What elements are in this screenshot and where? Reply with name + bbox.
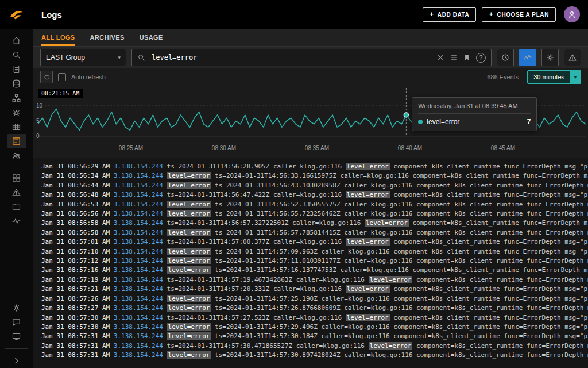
- log-timestamp: Jan 31 08:56:53 AM: [41, 201, 114, 208]
- sidebar-item-system-status[interactable]: [7, 329, 26, 344]
- log-source-ip[interactable]: 3.138.154.244: [114, 210, 163, 217]
- sidebar-item-explore[interactable]: [7, 48, 26, 62]
- log-list[interactable]: Jan 31 08:56:29 AM 3.138.154.244 ts=2024…: [33, 158, 588, 368]
- auto-refresh-checkbox[interactable]: [58, 73, 66, 81]
- log-row[interactable]: Jan 31 08:56:29 AM 3.138.154.244 ts=2024…: [41, 162, 588, 171]
- search-help-icon[interactable]: ?: [476, 53, 486, 63]
- log-row[interactable]: Jan 31 08:57:16 AM 3.138.154.244 level=e…: [41, 266, 588, 275]
- users-icon: [11, 151, 21, 160]
- alerts-button[interactable]: [564, 49, 581, 66]
- sidebar-item-data-sources[interactable]: [7, 76, 26, 91]
- log-source-ip[interactable]: 3.138.154.244: [114, 304, 163, 312]
- log-row[interactable]: Jan 31 08:56:34 AM 3.138.154.244 level=e…: [41, 171, 588, 181]
- log-row[interactable]: Jan 31 08:57:19 AM 3.138.154.244 ts=2024…: [41, 275, 588, 285]
- log-row[interactable]: Jan 31 08:56:58 AM 3.138.154.244 level=e…: [41, 228, 588, 237]
- log-timestamp: Jan 31 08:57:30 AM: [41, 314, 114, 321]
- log-row[interactable]: Jan 31 08:57:31 AM 3.138.154.244 level=e…: [41, 332, 588, 341]
- log-source-ip[interactable]: 3.138.154.244: [114, 332, 163, 340]
- log-row[interactable]: Jan 31 08:57:31 AM 3.138.154.244 ts=2024…: [41, 342, 588, 351]
- log-row[interactable]: Jan 31 08:57:01 AM 3.138.154.244 ts=2024…: [41, 237, 588, 247]
- sidebar-item-logs[interactable]: [7, 134, 26, 148]
- log-row[interactable]: Jan 31 08:57:27 AM 3.138.154.244 level=e…: [41, 304, 588, 313]
- search-input[interactable]: [150, 53, 431, 62]
- sidebar-item-home[interactable]: [7, 33, 26, 48]
- source-group-select[interactable]: EAST Group ▾: [40, 49, 126, 66]
- log-message: ts=2024-01-31T14:57:26.876680609Z caller…: [211, 304, 588, 312]
- saved-searches-icon[interactable]: [450, 53, 458, 62]
- log-source-ip[interactable]: 3.138.154.244: [114, 257, 163, 264]
- log-source-ip[interactable]: 3.138.154.244: [114, 276, 163, 283]
- log-source-ip[interactable]: 3.138.154.244: [114, 285, 163, 293]
- system-status-icon: [11, 332, 21, 342]
- reports-icon: [11, 64, 21, 74]
- log-message: [163, 304, 167, 312]
- settings-button[interactable]: [541, 49, 559, 66]
- tab-archives[interactable]: ARCHIVES: [90, 29, 125, 46]
- log-timestamp: Jan 31 08:57:30 AM: [41, 323, 114, 331]
- log-source-ip[interactable]: 3.138.154.244: [114, 351, 163, 359]
- log-source-ip[interactable]: 3.138.154.244: [114, 323, 163, 331]
- choose-plan-button[interactable]: + CHOOSE A PLAN: [482, 7, 556, 22]
- bookmark-icon[interactable]: [463, 53, 471, 62]
- clear-search-icon[interactable]: [436, 53, 444, 62]
- sidebar-item-reports[interactable]: [7, 62, 26, 76]
- sidebar-item-dashboards[interactable]: [7, 171, 26, 185]
- sidebar-item-support[interactable]: [7, 315, 26, 329]
- time-range-select[interactable]: 30 minutes ▼: [527, 70, 581, 84]
- tab-usage[interactable]: USAGE: [140, 29, 163, 46]
- refresh-icon: [43, 74, 51, 81]
- log-row[interactable]: Jan 31 08:57:26 AM 3.138.154.244 level=e…: [41, 294, 588, 304]
- log-row[interactable]: Jan 31 08:57:10 AM 3.138.154.244 level=e…: [41, 247, 588, 256]
- log-row[interactable]: Jan 31 08:57:30 AM 3.138.154.244 ts=2024…: [41, 313, 588, 323]
- log-row[interactable]: Jan 31 08:56:44 AM 3.138.154.244 level=e…: [41, 181, 588, 190]
- log-row[interactable]: Jan 31 08:57:12 AM 3.138.154.244 level=e…: [41, 256, 588, 266]
- data-sources-icon: [11, 79, 21, 89]
- log-message: ts=2024-01-31T14:57:27.523Z caller=klog.…: [163, 314, 346, 321]
- log-source-ip[interactable]: 3.138.154.244: [114, 219, 163, 227]
- log-source-ip[interactable]: 3.138.154.244: [114, 248, 163, 255]
- history-button[interactable]: [497, 49, 514, 66]
- log-source-ip[interactable]: 3.138.154.244: [114, 201, 163, 208]
- alert-triangle-icon: [568, 53, 577, 62]
- brand-logo[interactable]: [0, 7, 33, 22]
- sidebar-item-users[interactable]: [7, 148, 26, 163]
- log-row[interactable]: Jan 31 08:56:58 AM 3.138.154.244 ts=2024…: [41, 218, 588, 228]
- log-message: ts=2024-01-31T14:57:25.190Z caller=klog.…: [211, 295, 588, 302]
- log-timestamp: Jan 31 08:57:21 AM: [41, 285, 114, 293]
- log-source-ip[interactable]: 3.138.154.244: [114, 191, 163, 198]
- log-row[interactable]: Jan 31 08:57:31 AM 3.138.154.244 level=e…: [41, 351, 588, 360]
- sidebar-item-alerts[interactable]: [7, 185, 26, 200]
- sidebar-item-source-groups[interactable]: [7, 200, 26, 214]
- log-source-ip[interactable]: 3.138.154.244: [114, 314, 163, 321]
- sidebar-item-tables[interactable]: [7, 120, 26, 134]
- y-axis-label: 0: [36, 133, 40, 139]
- add-data-button[interactable]: + ADD DATA: [423, 7, 477, 22]
- log-row[interactable]: Jan 31 08:56:53 AM 3.138.154.244 level=e…: [41, 200, 588, 209]
- log-row[interactable]: Jan 31 08:57:30 AM 3.138.154.244 level=e…: [41, 323, 588, 332]
- log-source-ip[interactable]: 3.138.154.244: [114, 172, 163, 179]
- sidebar-item-spider[interactable]: [7, 105, 26, 120]
- log-source-ip[interactable]: 3.138.154.244: [114, 238, 163, 246]
- log-message: ts=2024-01-31T14:56:28.905Z caller=klog.…: [163, 163, 346, 170]
- log-source-ip[interactable]: 3.138.154.244: [114, 163, 163, 170]
- sidebar-divider: [5, 348, 28, 349]
- page-title: Logs: [41, 10, 62, 20]
- log-row[interactable]: Jan 31 08:56:48 AM 3.138.154.244 ts=2024…: [41, 190, 588, 200]
- log-source-ip[interactable]: 3.138.154.244: [114, 229, 163, 236]
- refresh-button[interactable]: [40, 71, 53, 83]
- sidebar-item-collapse[interactable]: [7, 354, 26, 368]
- log-row[interactable]: Jan 31 08:57:21 AM 3.138.154.244 ts=2024…: [41, 285, 588, 294]
- chart-toggle-button[interactable]: [519, 49, 536, 66]
- log-row[interactable]: Jan 31 08:56:56 AM 3.138.154.244 level=e…: [41, 209, 588, 218]
- log-timestamp: Jan 31 08:56:56 AM: [41, 210, 114, 217]
- log-highlight-token: level=error: [167, 351, 211, 359]
- log-source-ip[interactable]: 3.138.154.244: [114, 182, 163, 189]
- log-source-ip[interactable]: 3.138.154.244: [114, 266, 163, 274]
- sidebar-item-live-tail[interactable]: [7, 214, 26, 228]
- log-source-ip[interactable]: 3.138.154.244: [114, 342, 163, 350]
- sidebar-item-sitemap[interactable]: [7, 91, 26, 105]
- tab-all-logs[interactable]: ALL LOGS: [41, 29, 75, 46]
- log-source-ip[interactable]: 3.138.154.244: [114, 295, 163, 302]
- user-avatar[interactable]: [564, 6, 580, 22]
- sidebar-item-settings[interactable]: [7, 301, 26, 315]
